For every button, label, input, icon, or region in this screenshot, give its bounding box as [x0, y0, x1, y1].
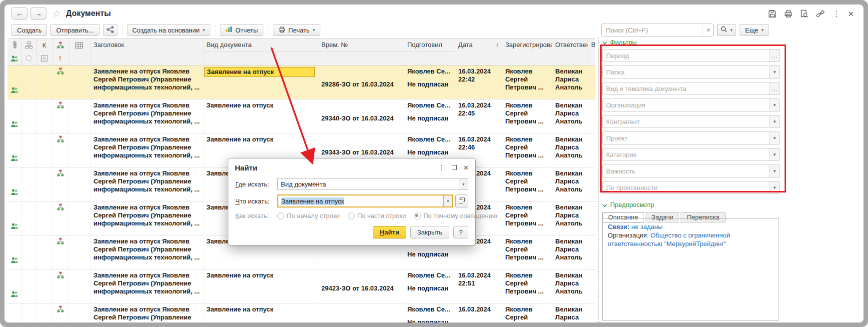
empty-cell	[21, 134, 36, 167]
filter-input-organization[interactable]	[603, 102, 770, 109]
hierarchy-icon[interactable]	[21, 38, 36, 52]
dialog-close-icon[interactable]: ✕	[463, 164, 469, 172]
more-button[interactable]: Еще ▾	[740, 24, 769, 36]
people-icon[interactable]	[7, 52, 21, 65]
doc-responsible-cell: Великан Лариса Анатоль	[552, 66, 588, 99]
links-label[interactable]: Связи:	[608, 223, 630, 230]
clear-search-icon[interactable]: ✕	[703, 24, 713, 36]
doc-registered-cell: Яковлев Сергей Петрович ...	[502, 100, 552, 133]
dropdown-arrow-icon[interactable]: ▾	[443, 196, 452, 206]
find-dialog: Найти ⋮ ✕ Где искать: Вид документа	[228, 158, 476, 246]
status-tree-icon	[57, 306, 64, 314]
filter-input-importance[interactable]	[603, 168, 770, 175]
send-button[interactable]: Отправить...	[50, 24, 99, 36]
doc-date: 16.03.2024	[458, 136, 499, 144]
what-field[interactable]: Заявление на отпуск ▾	[277, 194, 453, 208]
close-button[interactable]: Закрыть	[410, 226, 449, 238]
chevron-down-icon[interactable]: ▾	[770, 66, 780, 78]
dialog-maximize-icon[interactable]	[452, 163, 457, 172]
radio-label: По части строки	[357, 212, 406, 220]
doc-type-cell: Заявление на отпуск	[203, 66, 318, 99]
column-tempno-header[interactable]: Врем. №	[318, 38, 404, 52]
doc-date-cell: 16.03.2024	[455, 304, 502, 322]
forward-button[interactable]: →	[30, 8, 46, 20]
column-k-header[interactable]: К	[36, 38, 52, 52]
filter-input-folder[interactable]	[603, 68, 770, 76]
reports-button[interactable]: Отчеты	[220, 24, 263, 36]
doc-importance-cell	[588, 66, 595, 99]
share-button[interactable]	[103, 24, 117, 36]
search-button[interactable]: ▾	[717, 24, 736, 36]
chevron-down-icon[interactable]: ▾	[770, 148, 780, 160]
ellipsis-icon[interactable]: ...	[770, 82, 780, 94]
filter-input-project[interactable]	[603, 134, 770, 142]
chevron-down-icon[interactable]: ▾	[770, 182, 780, 194]
doc-title: Заявление на отпуск Яковлев Сергей Петро…	[93, 272, 200, 295]
print-button[interactable]: Печать ▾	[273, 24, 320, 36]
content-area: К Заголовок Вид документа Врем. № Подгот…	[4, 38, 864, 322]
filter-input-period[interactable]	[603, 52, 770, 60]
search-input[interactable]	[602, 26, 703, 34]
paperclip-icon[interactable]	[7, 38, 21, 52]
column-importance-header[interactable]: Ва	[588, 38, 595, 65]
more-menu-icon[interactable]: ⋮	[833, 10, 840, 18]
doc-responsible-cell: Великан Лариса Анатоль	[552, 100, 588, 133]
filter-input-doc-type[interactable]	[603, 85, 770, 92]
links-value[interactable]: не заданы	[631, 223, 663, 230]
status-tree-icon[interactable]	[52, 38, 68, 52]
grid-icon[interactable]	[68, 38, 90, 52]
link-icon[interactable]	[816, 10, 825, 18]
circle-icon[interactable]	[21, 52, 36, 65]
column-date-header[interactable]: ↓ Дата	[455, 38, 502, 65]
where-field[interactable]: Вид документа ▾	[277, 178, 468, 190]
filter-field-category: ▾	[602, 148, 780, 161]
doc-responsible: Великан Лариса Анатоль	[555, 306, 583, 322]
exclamation-icon[interactable]: !	[52, 52, 68, 65]
doc-registered-by: Яковлев Сергей Петрович ...	[505, 238, 544, 261]
doc-responsible: Великан Лариса Анатоль	[555, 102, 583, 125]
page-title: Документы	[66, 9, 111, 18]
back-button[interactable]: ←	[11, 8, 27, 20]
dropdown-arrow-icon[interactable]: ▾	[459, 178, 468, 190]
column-title-header[interactable]: Заголовок	[90, 38, 203, 65]
print-icon[interactable]	[784, 10, 793, 18]
open-selection-button[interactable]	[455, 194, 468, 208]
create-based-on-button[interactable]: Создать на основании ▾	[127, 24, 210, 36]
favorite-star-icon[interactable]: ☆	[52, 8, 61, 20]
ellipsis-icon[interactable]: ...	[770, 50, 780, 62]
chevron-down-icon[interactable]: ▾	[770, 165, 780, 177]
table-row[interactable]: Заявление на отпуск Яковлев Сергей Петро…	[7, 304, 595, 322]
column-doctype-header[interactable]: Вид документа	[203, 38, 318, 52]
filters-group-toggle[interactable]: Фильтры	[602, 38, 780, 46]
filter-input-read-status[interactable]	[603, 184, 770, 192]
preview-group-toggle[interactable]: Предпросмотр	[602, 200, 780, 209]
column-responsible-header[interactable]: Ответственный	[552, 38, 588, 65]
document-icon[interactable]	[36, 52, 52, 65]
help-button[interactable]: ?	[453, 226, 468, 238]
filter-input-counterparty[interactable]	[603, 118, 770, 126]
empty-cell	[36, 304, 52, 322]
chevron-down-icon[interactable]: ▾	[770, 132, 780, 144]
doc-importance-cell	[588, 236, 595, 269]
empty-cell	[36, 66, 52, 99]
doc-importance-cell	[588, 304, 595, 322]
table-row[interactable]: Заявление на отпуск Яковлев Сергей Петро…	[7, 100, 595, 134]
find-on-page-icon[interactable]	[800, 10, 809, 18]
find-button[interactable]: Найти	[373, 226, 406, 238]
column-registered-header[interactable]: Зарегистрировал	[502, 38, 552, 65]
close-icon[interactable]: ✕	[848, 10, 854, 18]
table-row[interactable]: Заявление на отпуск Яковлев Сергей Петро…	[7, 66, 595, 100]
row-people-icon-cell	[7, 168, 21, 201]
filter-input-category[interactable]	[603, 151, 770, 158]
dialog-more-icon[interactable]: ⋮	[438, 164, 445, 172]
create-button[interactable]: Создать	[11, 24, 47, 36]
table-row[interactable]: Заявление на отпуск Яковлев Сергей Петро…	[7, 270, 595, 304]
doc-type-value: Заявление на отпуск	[204, 67, 315, 77]
doc-time: 22:42	[458, 76, 499, 84]
save-icon[interactable]	[768, 10, 777, 18]
chevron-down-icon[interactable]: ▾	[770, 116, 780, 128]
panel-separator[interactable]	[598, 38, 599, 322]
doc-signed-status: Не подписан	[407, 114, 452, 122]
column-prepared-header[interactable]: Подготовил	[404, 38, 455, 52]
chevron-down-icon[interactable]: ▾	[770, 99, 780, 111]
